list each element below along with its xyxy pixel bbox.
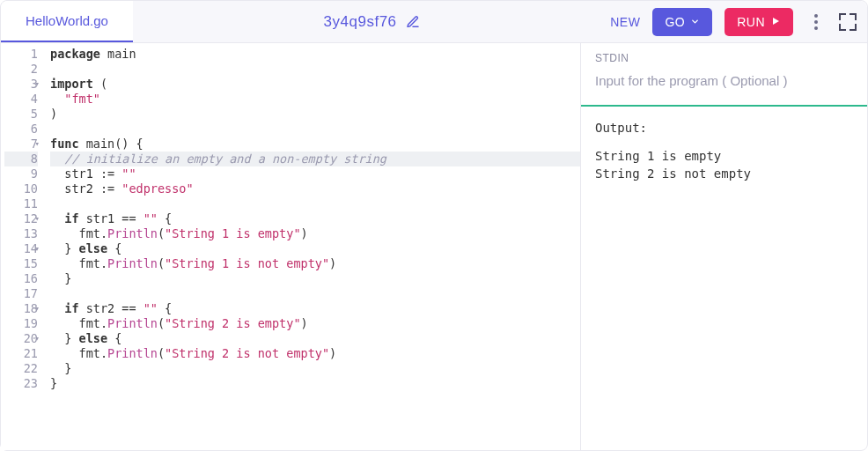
line-number: 15 <box>4 256 38 271</box>
line-number: 4 <box>4 92 38 107</box>
line-number: 20 <box>4 331 38 346</box>
app-root: HelloWorld.go 3y4q9sf76 NEW GO RUN <box>0 0 868 451</box>
io-panel: STDIN Output: String 1 is empty String 2… <box>580 43 867 450</box>
code-line[interactable]: fmt.Println("String 2 is not empty") <box>50 346 580 361</box>
line-number: 6 <box>4 122 38 137</box>
main-area: 1234567891011121314151617181920212223 pa… <box>1 43 867 450</box>
editor-code[interactable]: package mainimport ( "fmt")func main() {… <box>45 43 580 450</box>
code-line[interactable]: package main <box>50 47 580 62</box>
language-select[interactable]: GO <box>652 8 712 36</box>
code-line[interactable]: // initialize an empty and a non-empty s… <box>50 152 580 166</box>
toolbar-actions: NEW GO RUN <box>610 8 857 36</box>
edit-icon[interactable] <box>406 15 420 29</box>
output-section: Output: String 1 is empty String 2 is no… <box>581 107 867 196</box>
code-line[interactable] <box>50 196 580 211</box>
code-line[interactable]: func main() { <box>50 137 580 152</box>
code-line[interactable]: } else { <box>50 331 580 346</box>
code-line[interactable]: fmt.Println("String 1 is empty") <box>50 226 580 241</box>
line-number: 1 <box>4 47 38 62</box>
line-number: 16 <box>4 271 38 286</box>
code-line[interactable]: } <box>50 376 580 391</box>
line-number: 3 <box>4 77 38 92</box>
line-number: 21 <box>4 346 38 361</box>
file-tab[interactable]: HelloWorld.go <box>1 1 133 42</box>
code-line[interactable]: fmt.Println("String 1 is not empty") <box>50 256 580 271</box>
line-number: 22 <box>4 361 38 376</box>
language-label: GO <box>665 15 685 29</box>
fullscreen-icon[interactable] <box>839 13 857 31</box>
output-text: String 1 is empty String 2 is not empty <box>595 147 853 182</box>
topbar: HelloWorld.go 3y4q9sf76 NEW GO RUN <box>1 1 867 43</box>
output-label: Output: <box>595 121 853 135</box>
line-number: 12 <box>4 211 38 226</box>
line-number: 23 <box>4 376 38 391</box>
svg-marker-0 <box>773 18 779 25</box>
play-icon <box>770 15 781 29</box>
code-editor[interactable]: 1234567891011121314151617181920212223 pa… <box>1 43 580 450</box>
code-line[interactable]: if str2 == "" { <box>50 301 580 316</box>
code-line[interactable] <box>50 286 580 301</box>
line-number: 17 <box>4 286 38 301</box>
code-line[interactable]: if str1 == "" { <box>50 211 580 226</box>
code-line[interactable]: str1 := "" <box>50 166 580 181</box>
code-line[interactable]: str2 := "edpresso" <box>50 181 580 196</box>
code-line[interactable]: ) <box>50 107 580 122</box>
run-label: RUN <box>737 15 765 29</box>
line-number: 7 <box>4 137 38 152</box>
line-number: 13 <box>4 226 38 241</box>
more-menu-icon[interactable] <box>805 14 827 30</box>
line-number: 9 <box>4 166 38 181</box>
chevron-down-icon <box>690 15 700 29</box>
share-id-area: 3y4q9sf76 <box>133 13 610 31</box>
file-tab-label: HelloWorld.go <box>26 13 108 28</box>
code-line[interactable]: } else { <box>50 241 580 256</box>
code-line[interactable]: "fmt" <box>50 92 580 107</box>
line-number: 5 <box>4 107 38 122</box>
line-number: 14 <box>4 241 38 256</box>
code-line[interactable]: fmt.Println("String 2 is empty") <box>50 316 580 331</box>
stdin-section: STDIN <box>581 43 867 107</box>
line-number: 2 <box>4 62 38 77</box>
line-number: 18 <box>4 301 38 316</box>
new-button[interactable]: NEW <box>610 15 640 29</box>
run-button[interactable]: RUN <box>725 8 793 36</box>
stdin-label: STDIN <box>595 52 853 64</box>
editor-gutter: 1234567891011121314151617181920212223 <box>1 43 45 450</box>
line-number: 10 <box>4 181 38 196</box>
stdin-input[interactable] <box>595 73 853 88</box>
line-number: 19 <box>4 316 38 331</box>
code-line[interactable]: } <box>50 361 580 376</box>
code-line[interactable]: } <box>50 271 580 286</box>
code-line[interactable] <box>50 122 580 137</box>
code-line[interactable] <box>50 62 580 77</box>
line-number: 11 <box>4 196 38 211</box>
share-id: 3y4q9sf76 <box>324 13 397 31</box>
code-line[interactable]: import ( <box>50 77 580 92</box>
line-number: 8 <box>4 152 38 166</box>
